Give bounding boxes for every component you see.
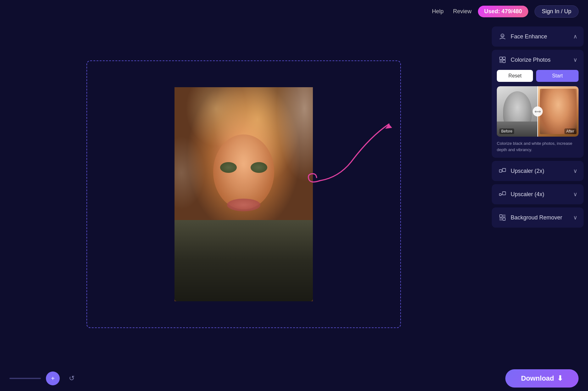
- reset-button[interactable]: Reset: [497, 70, 533, 82]
- action-buttons: Reset Start: [497, 70, 579, 82]
- usage-badge: Used: 479/480: [478, 6, 528, 17]
- upscaler-4x-icon: [498, 190, 507, 199]
- sidebar: Face Enhance ∧ Colorize Ph: [487, 23, 588, 366]
- upscaler-2x-title: Upscaler (2x): [511, 168, 544, 174]
- nav-links: Help Review: [432, 8, 472, 15]
- svg-rect-2: [500, 57, 502, 60]
- portrait-image: [175, 87, 313, 301]
- upscaler-4x-header[interactable]: Upscaler (4x) ∨: [492, 184, 584, 204]
- svg-rect-8: [499, 194, 501, 196]
- face-enhance-icon: [498, 32, 507, 41]
- help-link[interactable]: Help: [432, 8, 444, 15]
- preview-container: ⟺ Before After: [497, 86, 579, 137]
- svg-rect-13: [503, 218, 505, 220]
- svg-rect-11: [503, 215, 505, 217]
- svg-rect-3: [503, 57, 505, 60]
- background-remover-panel: Backgroud Remover ∨: [492, 207, 584, 228]
- start-button[interactable]: Start: [536, 70, 579, 82]
- canvas-container: [86, 60, 401, 328]
- progress-line: [9, 378, 41, 379]
- preview-handle[interactable]: ⟺: [533, 106, 543, 116]
- preview-label-before: Before: [499, 128, 514, 134]
- download-icon: ⬇: [557, 374, 563, 382]
- upscaler-4x-title: Upscaler (4x): [511, 191, 544, 198]
- svg-marker-0: [385, 124, 392, 129]
- add-button[interactable]: +: [46, 371, 60, 385]
- toolbar-left: + ↺: [9, 371, 79, 385]
- header: Help Review Used: 479/480 Sign In / Up: [0, 0, 588, 23]
- canvas-area: [0, 23, 487, 366]
- reset-tool-button[interactable]: ↺: [65, 371, 79, 385]
- download-button[interactable]: Download ⬇: [505, 369, 579, 388]
- svg-point-1: [501, 34, 504, 37]
- svg-rect-5: [503, 60, 505, 63]
- svg-rect-6: [499, 170, 502, 172]
- preview-label-after: After: [564, 128, 576, 134]
- background-remover-title: Backgroud Remover: [511, 214, 562, 221]
- svg-rect-9: [502, 192, 506, 195]
- svg-rect-4: [500, 60, 502, 63]
- colorize-icon: [498, 55, 507, 64]
- svg-rect-7: [502, 168, 506, 172]
- upscaler-2x-icon: [498, 167, 507, 175]
- signin-button[interactable]: Sign In / Up: [535, 5, 579, 18]
- upscaler-2x-panel: Upscaler (2x) ∨: [492, 161, 584, 181]
- face-enhance-title: Face Enhance: [511, 33, 547, 40]
- download-label: Download: [521, 374, 554, 382]
- face-enhance-chevron: ∧: [573, 33, 577, 40]
- svg-rect-12: [500, 218, 502, 220]
- face-enhance-panel: Face Enhance ∧: [492, 26, 584, 47]
- upscaler-2x-header[interactable]: Upscaler (2x) ∨: [492, 161, 584, 181]
- upscaler-4x-chevron: ∨: [573, 191, 577, 198]
- upscaler-2x-chevron: ∨: [573, 167, 577, 174]
- upscaler-4x-panel: Upscaler (4x) ∨: [492, 184, 584, 204]
- colorize-chevron: ∨: [573, 56, 577, 63]
- colorize-content: Reset Start ⟺ Before: [492, 70, 584, 158]
- colorize-title: Colorize Photos: [511, 57, 551, 63]
- colorize-description: Colorize black and white photos, increas…: [497, 140, 579, 153]
- face-enhance-header[interactable]: Face Enhance ∧: [492, 26, 584, 47]
- review-link[interactable]: Review: [453, 8, 472, 15]
- svg-rect-10: [500, 215, 502, 217]
- background-remover-icon: [498, 213, 507, 222]
- background-remover-chevron: ∨: [573, 214, 577, 221]
- colorize-photos-panel: Colorize Photos ∨ Reset Start: [492, 50, 584, 158]
- main-layout: Face Enhance ∧ Colorize Ph: [0, 23, 588, 366]
- bottom-toolbar: + ↺ Download ⬇: [0, 366, 588, 391]
- colorize-photos-header[interactable]: Colorize Photos ∨: [492, 50, 584, 70]
- background-remover-header[interactable]: Backgroud Remover ∨: [492, 207, 584, 228]
